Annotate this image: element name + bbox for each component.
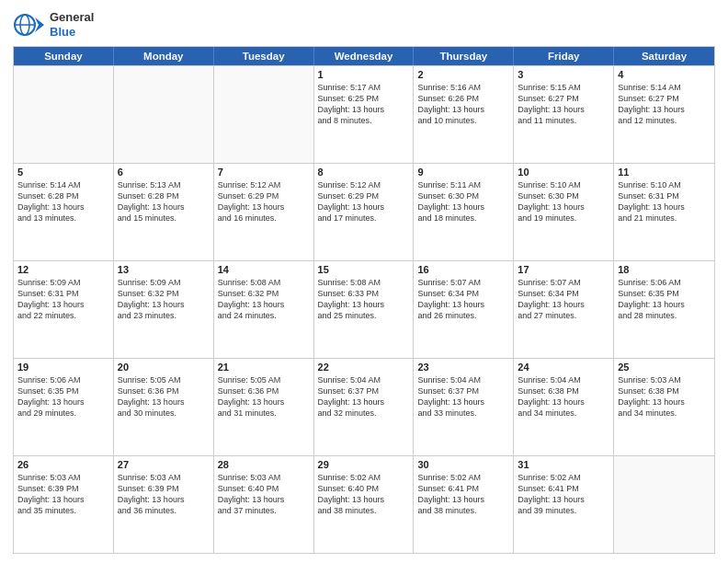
day-23: 23Sunrise: 5:04 AM Sunset: 6:37 PM Dayli… bbox=[414, 359, 514, 455]
day-info-11: Sunrise: 5:10 AM Sunset: 6:31 PM Dayligh… bbox=[618, 179, 711, 224]
svg-marker-3 bbox=[35, 17, 44, 32]
day-info-9: Sunrise: 5:11 AM Sunset: 6:30 PM Dayligh… bbox=[417, 179, 509, 224]
day-info-16: Sunrise: 5:07 AM Sunset: 6:34 PM Dayligh… bbox=[417, 277, 509, 322]
day-info-27: Sunrise: 5:03 AM Sunset: 6:39 PM Dayligh… bbox=[118, 472, 210, 517]
logo: GeneralBlue bbox=[13, 9, 94, 40]
header-day-friday: Friday bbox=[514, 47, 614, 65]
day-info-28: Sunrise: 5:03 AM Sunset: 6:40 PM Dayligh… bbox=[218, 472, 310, 517]
day-info-1: Sunrise: 5:17 AM Sunset: 6:25 PM Dayligh… bbox=[318, 82, 410, 127]
day-info-19: Sunrise: 5:06 AM Sunset: 6:35 PM Dayligh… bbox=[17, 374, 109, 419]
day-number-13: 13 bbox=[118, 264, 210, 275]
header-day-monday: Monday bbox=[114, 47, 214, 65]
day-number-26: 26 bbox=[17, 459, 109, 470]
day-info-30: Sunrise: 5:02 AM Sunset: 6:41 PM Dayligh… bbox=[417, 472, 509, 517]
day-2: 2Sunrise: 5:16 AM Sunset: 6:26 PM Daylig… bbox=[414, 66, 514, 163]
day-12: 12Sunrise: 5:09 AM Sunset: 6:31 PM Dayli… bbox=[14, 261, 114, 358]
day-info-14: Sunrise: 5:08 AM Sunset: 6:32 PM Dayligh… bbox=[218, 277, 310, 322]
day-28: 28Sunrise: 5:03 AM Sunset: 6:40 PM Dayli… bbox=[214, 456, 314, 553]
day-info-6: Sunrise: 5:13 AM Sunset: 6:28 PM Dayligh… bbox=[118, 179, 210, 224]
day-11: 11Sunrise: 5:10 AM Sunset: 6:31 PM Dayli… bbox=[614, 164, 714, 260]
day-info-12: Sunrise: 5:09 AM Sunset: 6:31 PM Dayligh… bbox=[17, 277, 109, 322]
day-number-9: 9 bbox=[417, 167, 509, 178]
day-7: 7Sunrise: 5:12 AM Sunset: 6:29 PM Daylig… bbox=[214, 164, 314, 260]
day-16: 16Sunrise: 5:07 AM Sunset: 6:34 PM Dayli… bbox=[414, 261, 514, 358]
header-day-tuesday: Tuesday bbox=[214, 47, 314, 65]
day-info-24: Sunrise: 5:04 AM Sunset: 6:38 PM Dayligh… bbox=[518, 374, 609, 419]
empty-cell bbox=[614, 456, 714, 553]
day-number-25: 25 bbox=[618, 362, 711, 373]
week-row-4: 19Sunrise: 5:06 AM Sunset: 6:35 PM Dayli… bbox=[14, 358, 714, 455]
day-number-28: 28 bbox=[218, 459, 310, 470]
week-row-2: 5Sunrise: 5:14 AM Sunset: 6:28 PM Daylig… bbox=[14, 163, 714, 260]
day-18: 18Sunrise: 5:06 AM Sunset: 6:35 PM Dayli… bbox=[614, 261, 714, 358]
day-4: 4Sunrise: 5:14 AM Sunset: 6:27 PM Daylig… bbox=[614, 66, 714, 163]
day-number-7: 7 bbox=[218, 167, 310, 178]
header-day-wednesday: Wednesday bbox=[314, 47, 415, 65]
day-number-6: 6 bbox=[118, 167, 210, 178]
day-number-23: 23 bbox=[417, 362, 509, 373]
day-6: 6Sunrise: 5:13 AM Sunset: 6:28 PM Daylig… bbox=[114, 164, 214, 260]
day-1: 1Sunrise: 5:17 AM Sunset: 6:25 PM Daylig… bbox=[314, 66, 415, 163]
day-info-31: Sunrise: 5:02 AM Sunset: 6:41 PM Dayligh… bbox=[518, 472, 609, 517]
calendar-body: 1Sunrise: 5:17 AM Sunset: 6:25 PM Daylig… bbox=[14, 65, 714, 553]
day-number-30: 30 bbox=[417, 459, 509, 470]
day-22: 22Sunrise: 5:04 AM Sunset: 6:37 PM Dayli… bbox=[314, 359, 415, 455]
day-info-10: Sunrise: 5:10 AM Sunset: 6:30 PM Dayligh… bbox=[518, 179, 609, 224]
day-info-29: Sunrise: 5:02 AM Sunset: 6:40 PM Dayligh… bbox=[318, 472, 410, 517]
day-17: 17Sunrise: 5:07 AM Sunset: 6:34 PM Dayli… bbox=[514, 261, 614, 358]
day-number-22: 22 bbox=[318, 362, 410, 373]
logo-svg bbox=[13, 9, 44, 40]
week-row-1: 1Sunrise: 5:17 AM Sunset: 6:25 PM Daylig… bbox=[14, 65, 714, 163]
day-25: 25Sunrise: 5:03 AM Sunset: 6:38 PM Dayli… bbox=[614, 359, 714, 455]
header-day-sunday: Sunday bbox=[14, 47, 114, 65]
day-info-15: Sunrise: 5:08 AM Sunset: 6:33 PM Dayligh… bbox=[318, 277, 410, 322]
header-day-saturday: Saturday bbox=[614, 47, 714, 65]
day-info-18: Sunrise: 5:06 AM Sunset: 6:35 PM Dayligh… bbox=[618, 277, 711, 322]
day-number-4: 4 bbox=[618, 69, 711, 80]
calendar: SundayMondayTuesdayWednesdayThursdayFrid… bbox=[13, 46, 715, 554]
day-number-31: 31 bbox=[518, 459, 609, 470]
empty-cell bbox=[114, 66, 214, 163]
day-info-22: Sunrise: 5:04 AM Sunset: 6:37 PM Dayligh… bbox=[318, 374, 410, 419]
day-info-26: Sunrise: 5:03 AM Sunset: 6:39 PM Dayligh… bbox=[17, 472, 109, 517]
day-info-13: Sunrise: 5:09 AM Sunset: 6:32 PM Dayligh… bbox=[118, 277, 210, 322]
header-day-thursday: Thursday bbox=[414, 47, 514, 65]
day-number-3: 3 bbox=[518, 69, 609, 80]
week-row-3: 12Sunrise: 5:09 AM Sunset: 6:31 PM Dayli… bbox=[14, 260, 714, 358]
day-info-17: Sunrise: 5:07 AM Sunset: 6:34 PM Dayligh… bbox=[518, 277, 609, 322]
day-number-18: 18 bbox=[618, 264, 711, 275]
day-info-3: Sunrise: 5:15 AM Sunset: 6:27 PM Dayligh… bbox=[518, 82, 609, 127]
day-info-5: Sunrise: 5:14 AM Sunset: 6:28 PM Dayligh… bbox=[17, 179, 109, 224]
day-number-1: 1 bbox=[318, 69, 410, 80]
calendar-header-row: SundayMondayTuesdayWednesdayThursdayFrid… bbox=[14, 47, 714, 65]
day-info-21: Sunrise: 5:05 AM Sunset: 6:36 PM Dayligh… bbox=[218, 374, 310, 419]
header: GeneralBlue bbox=[13, 9, 715, 40]
day-3: 3Sunrise: 5:15 AM Sunset: 6:27 PM Daylig… bbox=[514, 66, 614, 163]
day-24: 24Sunrise: 5:04 AM Sunset: 6:38 PM Dayli… bbox=[514, 359, 614, 455]
day-5: 5Sunrise: 5:14 AM Sunset: 6:28 PM Daylig… bbox=[14, 164, 114, 260]
day-number-12: 12 bbox=[17, 264, 109, 275]
logo-blue-text: Blue bbox=[50, 25, 94, 40]
day-number-5: 5 bbox=[17, 167, 109, 178]
day-15: 15Sunrise: 5:08 AM Sunset: 6:33 PM Dayli… bbox=[314, 261, 415, 358]
day-number-16: 16 bbox=[417, 264, 509, 275]
day-number-29: 29 bbox=[318, 459, 410, 470]
day-info-2: Sunrise: 5:16 AM Sunset: 6:26 PM Dayligh… bbox=[417, 82, 509, 127]
day-info-7: Sunrise: 5:12 AM Sunset: 6:29 PM Dayligh… bbox=[218, 179, 310, 224]
day-31: 31Sunrise: 5:02 AM Sunset: 6:41 PM Dayli… bbox=[514, 456, 614, 553]
day-number-24: 24 bbox=[518, 362, 609, 373]
day-number-14: 14 bbox=[218, 264, 310, 275]
day-number-8: 8 bbox=[318, 167, 410, 178]
day-21: 21Sunrise: 5:05 AM Sunset: 6:36 PM Dayli… bbox=[214, 359, 314, 455]
logo-general-text: General bbox=[50, 10, 94, 25]
empty-cell bbox=[214, 66, 314, 163]
day-number-19: 19 bbox=[17, 362, 109, 373]
day-13: 13Sunrise: 5:09 AM Sunset: 6:32 PM Dayli… bbox=[114, 261, 214, 358]
day-number-11: 11 bbox=[618, 167, 711, 178]
day-info-8: Sunrise: 5:12 AM Sunset: 6:29 PM Dayligh… bbox=[318, 179, 410, 224]
week-row-5: 26Sunrise: 5:03 AM Sunset: 6:39 PM Dayli… bbox=[14, 455, 714, 553]
day-number-21: 21 bbox=[218, 362, 310, 373]
empty-cell bbox=[14, 66, 114, 163]
day-19: 19Sunrise: 5:06 AM Sunset: 6:35 PM Dayli… bbox=[14, 359, 114, 455]
day-info-4: Sunrise: 5:14 AM Sunset: 6:27 PM Dayligh… bbox=[618, 82, 711, 127]
